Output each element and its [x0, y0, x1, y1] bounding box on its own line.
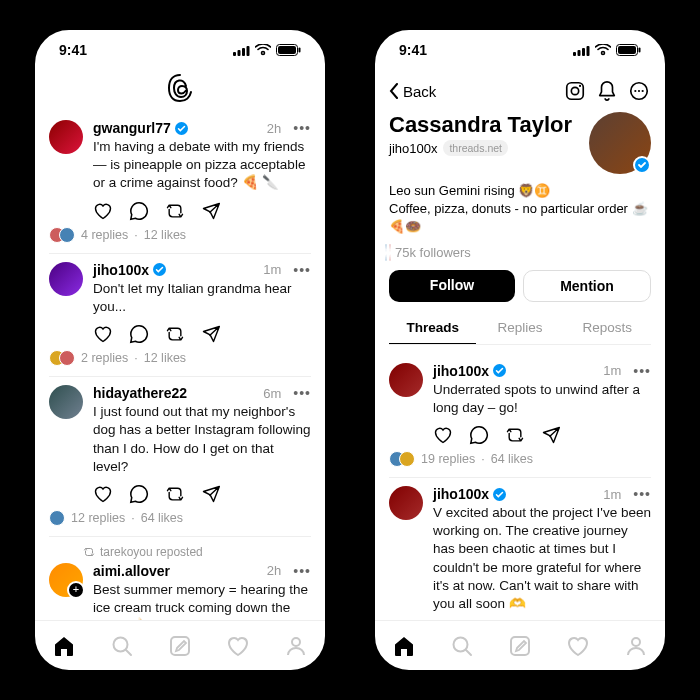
battery-icon: [276, 44, 301, 56]
like-icon[interactable]: [93, 324, 113, 344]
post-body: I just found out that my neighbor's dog …: [93, 403, 311, 476]
repost-icon[interactable]: [505, 425, 525, 445]
post-meta[interactable]: 12 replies · 64 likes: [49, 510, 311, 526]
share-icon[interactable]: [201, 201, 221, 221]
nav-home-icon[interactable]: [391, 633, 417, 659]
post-handle[interactable]: aimi.allover: [93, 563, 170, 579]
post-actions: [93, 484, 311, 504]
svg-rect-3: [247, 46, 250, 56]
nav-activity-icon[interactable]: [565, 633, 591, 659]
post-actions: [93, 324, 311, 344]
status-bar: 9:41: [35, 30, 325, 70]
profile-avatar[interactable]: [589, 112, 651, 174]
status-bar: 9:41: [375, 30, 665, 70]
avatar[interactable]: [49, 563, 83, 597]
repost-icon[interactable]: [165, 484, 185, 504]
post-meta[interactable]: 4 replies · 12 likes: [49, 227, 311, 243]
feed-post: hidayathere22 6m ••• I just found out th…: [49, 377, 311, 537]
profile-tabs: Threads Replies Reposts: [389, 312, 651, 345]
post-handle[interactable]: jiho100x: [433, 486, 489, 502]
feed-scroll[interactable]: gwangurl77 2h ••• I'm having a debate wi…: [35, 112, 325, 620]
avatar[interactable]: [49, 120, 83, 154]
svg-point-24: [638, 90, 640, 92]
feed-post: tarekoyou reposted aimi.allover 2h ••• B…: [49, 537, 311, 620]
profile-handle: jiho100x: [389, 141, 437, 156]
nav-profile-icon[interactable]: [623, 633, 649, 659]
comment-icon[interactable]: [129, 484, 149, 504]
nav-search-icon[interactable]: [449, 633, 475, 659]
post-handle[interactable]: gwangurl77: [93, 120, 171, 136]
tab-threads[interactable]: Threads: [389, 312, 476, 344]
bottom-nav: [35, 620, 325, 670]
mention-button[interactable]: Mention: [523, 270, 651, 302]
post-meta[interactable]: 2 replies · 12 likes: [49, 350, 311, 366]
svg-rect-6: [299, 48, 301, 53]
share-icon[interactable]: [201, 324, 221, 344]
avatar[interactable]: [49, 262, 83, 296]
more-icon[interactable]: •••: [633, 487, 651, 501]
more-icon[interactable]: •••: [293, 263, 311, 277]
phone-feed: 9:41 gwangurl77 2h ••• I'm: [25, 20, 335, 680]
nav-compose-icon[interactable]: [167, 633, 193, 659]
svg-point-23: [634, 90, 636, 92]
tab-replies[interactable]: Replies: [476, 312, 563, 344]
nav-activity-icon[interactable]: [225, 633, 251, 659]
tab-reposts[interactable]: Reposts: [564, 312, 651, 344]
like-icon[interactable]: [93, 484, 113, 504]
status-indicators: [233, 44, 301, 56]
verified-icon: [175, 122, 188, 135]
like-icon[interactable]: [433, 425, 453, 445]
share-icon[interactable]: [201, 484, 221, 504]
comment-icon[interactable]: [469, 425, 489, 445]
avatar[interactable]: [49, 385, 83, 419]
post-body: I'm having a debate with my friends — is…: [93, 138, 311, 193]
nav-compose-icon[interactable]: [507, 633, 533, 659]
nav-search-icon[interactable]: [109, 633, 135, 659]
post-body: V excited about the project I've been wo…: [433, 504, 651, 613]
followers-row[interactable]: 75k followers: [389, 245, 651, 260]
threads-logo-icon[interactable]: [167, 73, 193, 109]
svg-rect-0: [233, 52, 236, 56]
comment-icon[interactable]: [129, 201, 149, 221]
wifi-icon: [255, 44, 271, 56]
post-body: Best summer memory = hearing the ice cre…: [93, 581, 311, 620]
feed-post: gwangurl77 2h ••• I'm having a debate wi…: [49, 112, 311, 254]
menu-icon[interactable]: [627, 79, 651, 103]
svg-rect-5: [278, 46, 296, 54]
profile-scroll[interactable]: Cassandra Taylor jiho100x threads.net Le…: [375, 112, 665, 620]
post-meta[interactable]: 19 replies · 64 likes: [389, 451, 651, 467]
more-icon[interactable]: •••: [293, 121, 311, 135]
post-handle[interactable]: hidayathere22: [93, 385, 187, 401]
avatar[interactable]: [389, 363, 423, 397]
repost-icon[interactable]: [165, 324, 185, 344]
nav-home-icon[interactable]: [51, 633, 77, 659]
post-handle[interactable]: jiho100x: [433, 363, 489, 379]
profile-header: Cassandra Taylor jiho100x threads.net Le…: [389, 112, 651, 355]
comment-icon[interactable]: [129, 324, 149, 344]
repost-icon[interactable]: [165, 201, 185, 221]
notifications-icon[interactable]: [595, 79, 619, 103]
post-time: 1m: [603, 363, 621, 378]
svg-rect-1: [238, 50, 241, 56]
profile-post: jiho100x 1m ••• Underrated spots to unwi…: [389, 355, 651, 478]
post-handle[interactable]: jiho100x: [93, 262, 149, 278]
verified-icon: [493, 488, 506, 501]
svg-point-11: [292, 638, 300, 646]
nav-profile-icon[interactable]: [283, 633, 309, 659]
instagram-icon[interactable]: [563, 79, 587, 103]
avatar[interactable]: [389, 486, 423, 520]
more-icon[interactable]: •••: [293, 386, 311, 400]
more-icon[interactable]: •••: [293, 564, 311, 578]
post-actions: [433, 425, 651, 445]
share-icon[interactable]: [541, 425, 561, 445]
svg-rect-13: [578, 50, 581, 56]
phone-profile: 9:41 Back Cassandra Taylor jiho100x thre…: [365, 20, 675, 680]
more-icon[interactable]: •••: [633, 364, 651, 378]
svg-point-25: [642, 90, 644, 92]
post-time: 2h: [267, 121, 281, 136]
svg-rect-15: [587, 46, 590, 56]
follow-button[interactable]: Follow: [389, 270, 515, 302]
back-button[interactable]: Back: [389, 83, 436, 100]
feed-post: jiho100x 1m ••• Don't let my Italian gra…: [49, 254, 311, 377]
like-icon[interactable]: [93, 201, 113, 221]
